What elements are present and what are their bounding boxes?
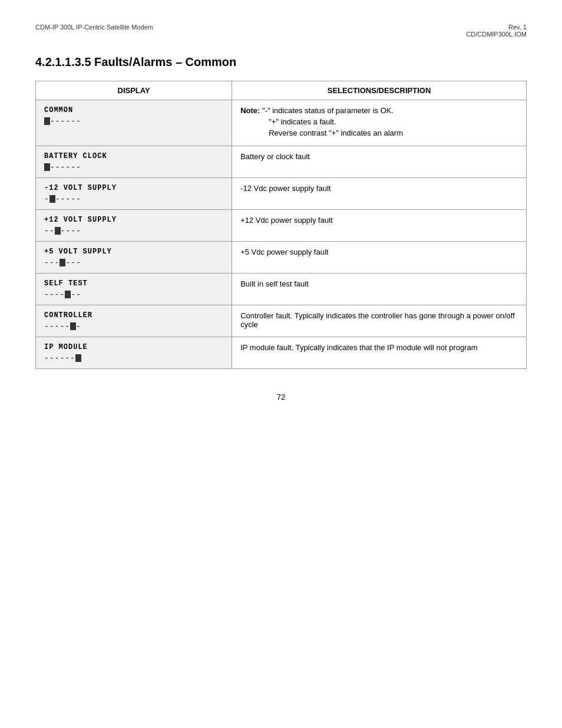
display-label-6: CONTROLLER	[44, 311, 223, 319]
indicator-block	[75, 354, 81, 362]
description-text-1: Battery or clock fault	[240, 152, 310, 161]
note-line-0-1: "+" indicates a fault.	[240, 117, 518, 126]
description-text-6: Controller fault. Typically indicates th…	[240, 311, 515, 329]
indicator-block	[44, 163, 50, 171]
display-label-5: SELF TEST	[44, 279, 223, 288]
display-cell-4: +5 VOLT SUPPLY--- ---	[36, 242, 232, 274]
desc-cell-3: +12 Vdc power supply fault	[232, 210, 527, 242]
desc-cell-2: -12 Vdc power supply fault	[232, 178, 527, 210]
indicator-block	[59, 259, 65, 266]
main-table: DISPLAY SELECTIONS/DESCRIPTION COMMON --…	[35, 81, 527, 369]
col-header-desc: SELECTIONS/DESCRIPTION	[232, 81, 527, 100]
desc-cell-4: +5 Vdc power supply fault	[232, 242, 527, 274]
header-doc: CD/CDMIP300L.IOM	[466, 31, 527, 38]
description-text-2: -12 Vdc power supply fault	[240, 184, 330, 193]
description-text-7: IP module fault. Typically indicates tha…	[240, 343, 478, 352]
indicator-block	[44, 117, 50, 125]
display-label-3: +12 VOLT SUPPLY	[44, 216, 223, 224]
display-indicator-5: ---- --	[44, 290, 223, 299]
note-label-0: Note:	[240, 106, 262, 115]
desc-cell-6: Controller fault. Typically indicates th…	[232, 305, 527, 337]
display-indicator-0: ------	[44, 117, 223, 126]
display-label-2: -12 VOLT SUPPLY	[44, 184, 223, 192]
note-line-0-2: Reverse contrast "+" indicates an alarm	[240, 129, 518, 137]
display-cell-3: +12 VOLT SUPPLY-- ----	[36, 210, 232, 242]
desc-note-0: Note: "-" indicates status of parameter …	[240, 106, 518, 137]
header-rev: Rev. 1	[466, 24, 527, 31]
description-text-4: +5 Vdc power supply fault	[240, 248, 328, 256]
header-left: CDM-IP 300L IP-Centric Satellite Modem	[35, 24, 153, 38]
display-label-7: IP MODULE	[44, 343, 223, 351]
indicator-block	[70, 322, 76, 330]
display-cell-6: CONTROLLER----- -	[36, 305, 232, 337]
display-indicator-2: - -----	[44, 195, 223, 203]
description-text-5: Built in self test fault	[240, 279, 309, 288]
indicator-block	[55, 227, 61, 235]
header-right: Rev. 1 CD/CDMIP300L.IOM	[466, 24, 527, 38]
col-header-display: DISPLAY	[36, 81, 232, 100]
desc-cell-7: IP module fault. Typically indicates tha…	[232, 337, 527, 369]
display-indicator-6: ----- -	[44, 322, 223, 331]
page-number: 72	[277, 393, 285, 401]
display-cell-5: SELF TEST---- --	[36, 274, 232, 305]
display-cell-0: COMMON ------	[36, 100, 232, 146]
display-label-1: BATTERY CLOCK	[44, 152, 223, 160]
display-label-0: COMMON	[44, 106, 223, 114]
display-indicator-7: ------	[44, 354, 223, 363]
display-cell-2: -12 VOLT SUPPLY- -----	[36, 178, 232, 210]
desc-cell-0: Note: "-" indicates status of parameter …	[232, 100, 527, 146]
desc-cell-5: Built in self test fault	[232, 274, 527, 305]
section-title: 4.2.1.1.3.5 Faults/Alarms – Common	[35, 55, 527, 69]
description-text-3: +12 Vdc power supply fault	[240, 216, 332, 225]
display-cell-1: BATTERY CLOCK ------	[36, 146, 232, 178]
desc-cell-1: Battery or clock fault	[232, 146, 527, 178]
display-indicator-4: --- ---	[44, 258, 223, 267]
display-cell-7: IP MODULE------	[36, 337, 232, 369]
page-footer: 72	[35, 393, 527, 401]
indicator-block	[49, 195, 55, 203]
display-indicator-1: ------	[44, 163, 223, 172]
display-label-4: +5 VOLT SUPPLY	[44, 248, 223, 256]
display-indicator-3: -- ----	[44, 226, 223, 235]
page-header: CDM-IP 300L IP-Centric Satellite Modem R…	[35, 24, 527, 38]
indicator-block	[65, 291, 71, 298]
